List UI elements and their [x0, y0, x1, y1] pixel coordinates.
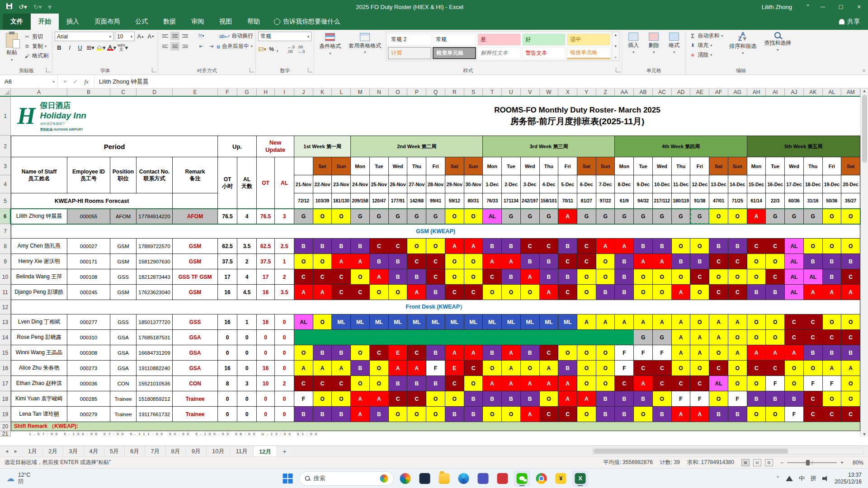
shift-cell-O[interactable]: O	[841, 239, 860, 254]
shift-cell-B[interactable]: B	[823, 269, 842, 285]
shift-cell-empty[interactable]	[615, 330, 634, 345]
shift-cell-C[interactable]: C	[389, 239, 408, 254]
shift-cell-C[interactable]: C	[804, 407, 823, 422]
menu-tab-公式[interactable]: 公式	[127, 14, 156, 30]
shift-cell-empty[interactable]	[577, 330, 596, 345]
shift-cell-empty[interactable]	[464, 330, 483, 345]
shift-cell-O[interactable]: O	[823, 239, 842, 254]
staff-new-al-cell[interactable]: 0	[275, 314, 294, 330]
shift-cell-O[interactable]: O	[483, 361, 502, 376]
shift-cell-C[interactable]: C	[577, 239, 596, 254]
column-header-Y[interactable]: Y	[577, 89, 596, 97]
shift-cell-F[interactable]: F	[615, 361, 634, 376]
shift-cell-G[interactable]: G	[426, 209, 445, 224]
shift-cell-C[interactable]: C	[634, 361, 653, 376]
signed-in-user[interactable]: Lilith Zhong	[762, 4, 792, 10]
shift-cell-O[interactable]: O	[785, 361, 804, 376]
staff-remark-cell[interactable]: Trainee	[173, 407, 218, 422]
staff-ot-cell[interactable]: 16	[218, 285, 237, 300]
staff-position-cell[interactable]: AFOM	[110, 209, 137, 224]
close-button[interactable]: ×	[850, 0, 868, 14]
sheet-tab-9月[interactable]: 9月	[186, 446, 207, 456]
shift-cell-O[interactable]: O	[464, 254, 483, 269]
staff-al-cell[interactable]: 1	[237, 314, 257, 330]
shift-cell-B[interactable]: B	[521, 345, 540, 361]
staff-ot-cell[interactable]: 0	[218, 391, 237, 407]
shift-cell-C[interactable]: C	[766, 239, 785, 254]
shift-cell-A[interactable]: A	[332, 254, 351, 269]
shift-cell-B[interactable]: B	[823, 254, 842, 269]
align-left-icon[interactable]	[160, 42, 170, 51]
shift-cell-C[interactable]: C	[313, 376, 332, 391]
column-header-C[interactable]: C	[110, 89, 137, 97]
shift-cell-O[interactable]: O	[313, 391, 332, 407]
zoom-out-icon[interactable]: −	[780, 460, 783, 466]
staff-remark-cell[interactable]: Trainee	[173, 391, 218, 407]
shift-cell-B[interactable]: B	[596, 407, 615, 422]
shift-cell-C[interactable]: C	[766, 361, 785, 376]
shift-cell-C[interactable]: C	[464, 361, 483, 376]
column-header-J[interactable]: J	[294, 89, 313, 97]
shift-cell-A[interactable]: A	[407, 361, 426, 376]
shift-cell-G[interactable]: G	[672, 209, 691, 224]
cell-style-calc[interactable]: 计算	[388, 47, 431, 59]
shift-cell-F[interactable]: F	[615, 345, 634, 361]
shift-cell-C[interactable]: C	[690, 269, 709, 285]
row-header-3[interactable]: 3	[0, 157, 11, 175]
shift-cell-A[interactable]: A	[747, 345, 766, 361]
page-layout-view-icon[interactable]: ▤	[753, 459, 761, 466]
staff-contact-cell[interactable]: 17784914220	[137, 209, 173, 224]
shift-cell-empty[interactable]	[313, 330, 332, 345]
staff-position-cell[interactable]: Trainee	[110, 391, 137, 407]
shift-cell-A[interactable]: A	[823, 285, 842, 300]
cell-style-check[interactable]: 检查单元格	[433, 47, 476, 59]
shift-cell-AL[interactable]: AL	[483, 209, 502, 224]
staff-new-al-cell[interactable]: 3	[275, 209, 294, 224]
shift-cell-A[interactable]: A	[672, 407, 691, 422]
shift-cell-O[interactable]: O	[540, 391, 559, 407]
shift-cell-O[interactable]: O	[747, 269, 766, 285]
staff-contact-cell[interactable]: 18212873443	[137, 269, 173, 285]
shift-cell-B[interactable]: B	[502, 269, 521, 285]
shift-cell-B[interactable]: B	[785, 391, 804, 407]
staff-position-cell[interactable]: GSA	[110, 330, 137, 345]
column-header-A[interactable]: A	[11, 89, 67, 97]
shift-cell-O[interactable]: O	[464, 269, 483, 285]
shift-cell-B[interactable]: B	[426, 345, 445, 361]
shift-cell-O[interactable]: O	[823, 209, 842, 224]
shift-cell-C[interactable]: C	[709, 361, 728, 376]
shift-cell-A[interactable]: A	[502, 361, 521, 376]
staff-id-cell[interactable]: 000279	[67, 407, 110, 422]
shift-cell-B[interactable]: B	[332, 239, 351, 254]
staff-id-cell[interactable]: 000308	[67, 345, 110, 361]
shift-cell-C[interactable]: C	[426, 254, 445, 269]
shift-cell-A[interactable]: A	[351, 254, 370, 269]
weather-widget[interactable]: ☁ 12°C阴	[0, 472, 99, 485]
column-header-AM[interactable]: AM	[841, 89, 860, 97]
column-header-U[interactable]: U	[502, 89, 521, 97]
row-header-19[interactable]: 19	[0, 407, 11, 422]
shift-cell-B[interactable]: B	[615, 269, 634, 285]
shift-cell-C[interactable]: C	[841, 330, 860, 345]
staff-new-ot-cell[interactable]: 0	[257, 330, 275, 345]
occupancy-forecast-cell[interactable]: 60/36	[785, 193, 804, 209]
shift-cell-B[interactable]: B	[294, 239, 313, 254]
column-header-AI[interactable]: AI	[766, 89, 785, 97]
shift-cell-G[interactable]: G	[521, 209, 540, 224]
occupancy-forecast-cell[interactable]: 103/39	[313, 193, 332, 209]
shift-cell-O[interactable]: O	[577, 361, 596, 376]
shift-cell-O[interactable]: O	[766, 330, 785, 345]
shift-cell-A[interactable]: A	[823, 361, 842, 376]
shift-cell-F[interactable]: F	[672, 391, 691, 407]
shift-cell-empty[interactable]	[596, 330, 615, 345]
staff-new-al-cell[interactable]: 0	[275, 345, 294, 361]
staff-name-cell[interactable]: Lena Tan 谭玲丽	[11, 407, 67, 422]
wrap-text-button[interactable]: ab⮐自动换行	[219, 32, 253, 40]
shift-cell-A[interactable]: A	[370, 269, 389, 285]
shift-cell-B[interactable]: B	[615, 407, 634, 422]
shift-cell-empty[interactable]	[521, 330, 540, 345]
shift-cell-C[interactable]: C	[540, 239, 559, 254]
shift-cell-empty[interactable]	[294, 330, 313, 345]
shift-cell-O[interactable]: O	[332, 209, 351, 224]
shift-cell-G[interactable]: G	[634, 330, 653, 345]
